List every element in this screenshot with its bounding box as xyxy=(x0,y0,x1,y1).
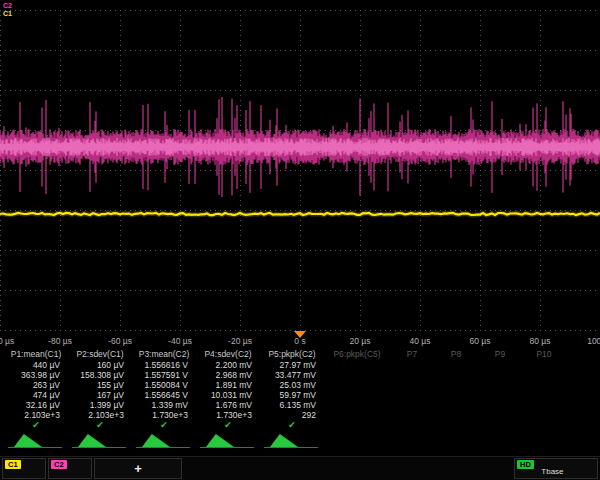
meas-value: 155 µV xyxy=(68,380,132,390)
timebase-label: Tbase xyxy=(541,467,563,476)
meas-value: 1.891 mV xyxy=(196,380,260,390)
meas-column: P10 xyxy=(522,349,566,431)
meas-value: 2.968 mV xyxy=(196,370,260,380)
meas-value: 167 µV xyxy=(68,390,132,400)
meas-header-p6[interactable]: P6:pkpk(C5) xyxy=(324,349,390,360)
time-axis-label: -40 µs xyxy=(168,336,192,346)
meas-value: 363.98 µV xyxy=(4,370,68,380)
meas-value: 440 µV xyxy=(4,360,68,370)
c2-trace-label: C2 xyxy=(3,2,12,10)
meas-value: 1.556616 V xyxy=(132,360,196,370)
meas-header-p5[interactable]: P5:pkpk(C2) xyxy=(260,349,324,360)
oscilloscope-screen: C2 C1 -100 µs-80 µs-60 µs-40 µs-20 µs0 s… xyxy=(0,0,600,480)
meas-header-p10[interactable]: P10 xyxy=(522,349,566,360)
time-axis-label: 60 µs xyxy=(470,336,491,346)
meas-value: 32.16 µV xyxy=(4,400,68,410)
meas-header-p8[interactable]: P8 xyxy=(434,349,478,360)
time-axis-label: 0 s xyxy=(294,336,305,346)
meas-header-p4[interactable]: P4:sdev(C2) xyxy=(196,349,260,360)
meas-value: 1.557591 V xyxy=(132,370,196,380)
time-axis-label: 20 µs xyxy=(350,336,371,346)
meas-column: P6:pkpk(C5) xyxy=(324,349,390,431)
histicon[interactable] xyxy=(132,432,196,450)
meas-header-p9[interactable]: P9 xyxy=(478,349,522,360)
meas-value: 1.676 mV xyxy=(196,400,260,410)
time-axis-label: 100 µs xyxy=(587,336,600,346)
meas-header-p2[interactable]: P2:sdev(C1) xyxy=(68,349,132,360)
measurement-table: P1:mean(C1)440 µV363.98 µV263 µV474 µV32… xyxy=(4,349,566,431)
meas-value: 1.730e+3 xyxy=(132,410,196,420)
time-axis-label: -80 µs xyxy=(48,336,72,346)
plus-icon: + xyxy=(134,462,142,475)
meas-column: P8 xyxy=(434,349,478,431)
c1-descriptor-box[interactable]: C1 DC1M 10.0 mV xyxy=(2,458,46,479)
time-axis-label: -100 µs xyxy=(0,336,14,346)
meas-status-check-icon: ✔ xyxy=(196,420,260,431)
meas-value: 10.031 mV xyxy=(196,390,260,400)
c1-channel-chip: C1 xyxy=(5,460,21,469)
meas-value: 1.556645 V xyxy=(132,390,196,400)
meas-value: 292 xyxy=(260,410,324,420)
meas-column: P4:sdev(C2)2.200 mV2.968 mV1.891 mV10.03… xyxy=(196,349,260,431)
meas-column: P5:pkpk(C2)27.97 mV33.477 mV25.03 mV59.9… xyxy=(260,349,324,431)
time-axis: -100 µs-80 µs-60 µs-40 µs-20 µs0 s20 µs4… xyxy=(0,336,600,348)
trace-labels: C2 C1 xyxy=(3,2,12,18)
meas-value: 1.730e+3 xyxy=(196,410,260,420)
meas-header-p1[interactable]: P1:mean(C1) xyxy=(4,349,68,360)
timebase-descriptor-box[interactable]: HD Tbase 12 Bits 20.0 µs/div xyxy=(514,458,598,479)
meas-value: 1.550084 V xyxy=(132,380,196,390)
meas-column: P2:sdev(C1)160 µV158.308 µV155 µV167 µV1… xyxy=(68,349,132,431)
meas-column: P3:mean(C2)1.556616 V1.557591 V1.550084 … xyxy=(132,349,196,431)
c1-trace-label: C1 xyxy=(3,10,12,18)
meas-header-p3[interactable]: P3:mean(C2) xyxy=(132,349,196,360)
meas-status-check-icon: ✔ xyxy=(4,420,68,431)
meas-value: 2.103e+3 xyxy=(68,410,132,420)
meas-value: 474 µV xyxy=(4,390,68,400)
waveform-graticule[interactable] xyxy=(0,0,600,345)
hd-badge: HD xyxy=(517,460,534,469)
meas-column: P9 xyxy=(478,349,522,431)
meas-value: 158.308 µV xyxy=(68,370,132,380)
meas-column: P1:mean(C1)440 µV363.98 µV263 µV474 µV32… xyxy=(4,349,68,431)
histicons-row xyxy=(4,432,324,450)
time-axis-label: 80 µs xyxy=(530,336,551,346)
meas-status-check-icon: ✔ xyxy=(132,420,196,431)
meas-value: 1.399 µV xyxy=(68,400,132,410)
descriptor-bar: C1 DC1M 10.0 mV C2 DC50 + HD Tbase 12 Bi… xyxy=(0,456,600,480)
meas-value: 33.477 mV xyxy=(260,370,324,380)
time-axis-label: 40 µs xyxy=(410,336,431,346)
histicon[interactable] xyxy=(4,432,68,450)
meas-header-p7[interactable]: P7 xyxy=(390,349,434,360)
meas-value: 2.200 mV xyxy=(196,360,260,370)
meas-value: 6.135 mV xyxy=(260,400,324,410)
meas-value: 27.97 mV xyxy=(260,360,324,370)
histicon[interactable] xyxy=(68,432,132,450)
time-axis-label: -20 µs xyxy=(228,336,252,346)
meas-column: P7 xyxy=(390,349,434,431)
meas-value: 160 µV xyxy=(68,360,132,370)
meas-value: 263 µV xyxy=(4,380,68,390)
meas-value: 2.103e+3 xyxy=(4,410,68,420)
meas-value: 1.339 mV xyxy=(132,400,196,410)
meas-status-check-icon: ✔ xyxy=(68,420,132,431)
c2-descriptor-box[interactable]: C2 DC50 xyxy=(48,458,92,479)
meas-value: 25.03 mV xyxy=(260,380,324,390)
histicon[interactable] xyxy=(196,432,260,450)
c2-channel-chip: C2 xyxy=(51,460,67,469)
time-axis-label: -60 µs xyxy=(108,336,132,346)
meas-value: 59.97 mV xyxy=(260,390,324,400)
add-new-button[interactable]: + xyxy=(94,458,182,479)
meas-status-check-icon: ✔ xyxy=(260,420,324,431)
histicon[interactable] xyxy=(260,432,324,450)
